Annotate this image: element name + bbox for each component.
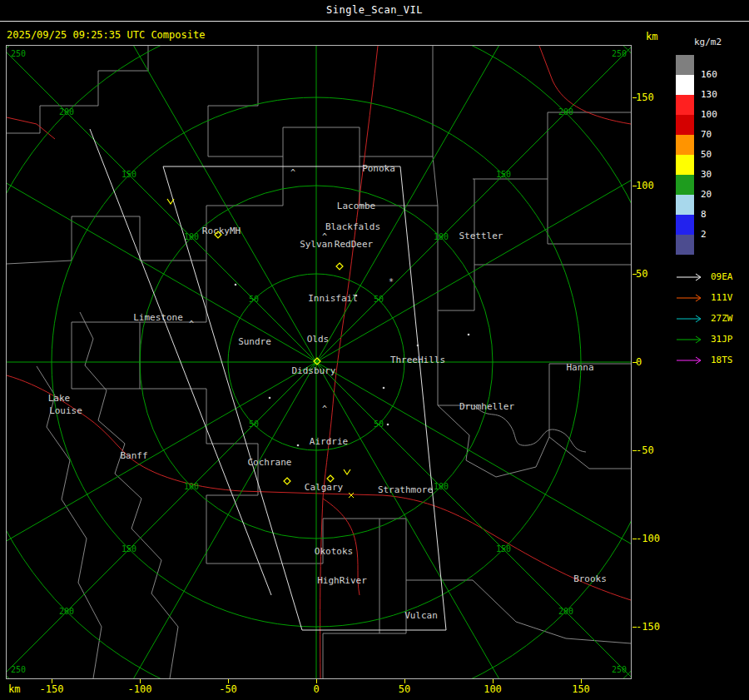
- range-radial: [316, 362, 631, 595]
- legend-scale-label: 130: [701, 88, 717, 102]
- axis-tick: [140, 679, 141, 683]
- axis-tick: [228, 679, 229, 683]
- bottom-axis-unit-label: km: [8, 683, 20, 695]
- map-point-star: *: [389, 277, 394, 286]
- legend-color-box: [676, 215, 694, 235]
- axis-tick: [632, 539, 637, 539]
- track-arrow-icon: [676, 314, 706, 324]
- scan-sector: [90, 129, 446, 630]
- city-label: Lake: [48, 393, 71, 404]
- city-label: Vulcan: [404, 610, 438, 621]
- track-id-label: 31JP: [711, 334, 733, 345]
- track-legend-row: 27ZW: [676, 308, 747, 329]
- track-id-label: 09EA: [711, 271, 733, 282]
- legend-scale-label: 2: [701, 228, 707, 241]
- map-point-dot: [387, 424, 389, 426]
- city-label: Lacombe: [337, 201, 375, 211]
- legend-color-box: [676, 95, 694, 115]
- axis-tick: [493, 679, 494, 683]
- legend-scale-label: 70: [701, 128, 712, 141]
- city-label: Cochrane: [248, 457, 292, 468]
- legend-color-box: [676, 135, 694, 155]
- color-scale-legend: kg/m2 1601301007050302082 09EA111V27ZW31…: [676, 37, 747, 370]
- range-radial: [7, 129, 316, 362]
- range-ring-label: 250: [612, 665, 627, 674]
- city-label: Louise: [49, 405, 82, 416]
- radar-map-canvas[interactable]: 5010015020025050100150200250501001502002…: [6, 45, 632, 679]
- range-ring-label: 50: [374, 420, 384, 429]
- legend-color-box: [676, 55, 694, 75]
- legend-tracks: 09EA111V27ZW31JP18TS: [676, 266, 747, 370]
- city-label: Stettler: [459, 231, 503, 241]
- storm-chevron-marker: [344, 469, 350, 474]
- bottom-axis-tick-label: -100: [128, 683, 152, 695]
- bottom-axis-tick-label: -150: [40, 683, 64, 695]
- track-id-label: 27ZW: [711, 313, 733, 324]
- right-axis-tick-label: -50: [636, 444, 654, 457]
- legend-color-box: [676, 175, 694, 195]
- range-ring-label: 200: [558, 107, 573, 117]
- city-label: Airdrie: [310, 436, 348, 447]
- city-label: Olds: [307, 334, 330, 345]
- legend-color-box: [676, 115, 694, 135]
- city-label: Sylvan: [300, 239, 333, 250]
- city-label: Okotoks: [315, 546, 353, 557]
- legend-unit-label: kg/m2: [694, 37, 747, 48]
- bottom-axis-tick-label: -50: [219, 683, 237, 695]
- city-label: Banff: [120, 450, 147, 461]
- legend-scale-label: 8: [701, 208, 707, 221]
- axis-tick: [632, 274, 637, 275]
- right-axis-tick-label: 0: [636, 355, 642, 369]
- track-arrow-icon: [676, 355, 706, 365]
- city-label: Didsbury: [292, 365, 336, 376]
- track-legend-row: 09EA: [676, 266, 747, 287]
- range-ring-label: 100: [434, 232, 449, 241]
- range-ring-label: 200: [558, 607, 573, 616]
- bottom-axis-tick-label: 100: [484, 683, 502, 695]
- range-ring-label: 150: [122, 544, 136, 554]
- site-diamond-marker: [327, 475, 334, 482]
- track-legend-row: 18TS: [676, 350, 747, 370]
- right-axis-tick-label: 150: [636, 91, 654, 104]
- range-ring-label: 200: [59, 607, 74, 616]
- legend-scale-label: 100: [701, 108, 717, 122]
- axis-tick: [632, 186, 637, 186]
- city-label: Innisfail: [308, 293, 358, 304]
- axis-tick: [632, 627, 637, 628]
- axis-tick: [632, 97, 637, 98]
- legend-color-box: [676, 195, 694, 215]
- range-ring-label: 150: [496, 544, 511, 554]
- track-id-label: 18TS: [711, 355, 733, 365]
- axis-tick: [52, 679, 52, 683]
- range-ring-label: 100: [184, 482, 199, 491]
- axis-tick: [404, 679, 405, 683]
- map-point-dot: [468, 334, 470, 336]
- bottom-axis-tick-label: 150: [572, 683, 590, 695]
- axis-tick: [632, 362, 637, 363]
- legend-color-box: [676, 75, 694, 95]
- legend-scale: 1601301007050302082: [676, 55, 747, 255]
- city-label: Strathmore: [378, 484, 433, 495]
- storm-chevron-marker: [167, 199, 174, 204]
- legend-scale-label: 30: [701, 168, 712, 181]
- bottom-axis-tick-label: 0: [313, 683, 319, 695]
- track-id-label: 111V: [711, 292, 733, 303]
- map-points: ^^^^*: [189, 168, 469, 446]
- map-point-dot: [297, 444, 300, 447]
- legend-color-box: [676, 155, 694, 175]
- map-point-dot: [269, 397, 271, 400]
- right-axis-tick-label: -100: [636, 532, 660, 545]
- range-ring-label: 250: [612, 49, 627, 58]
- city-label: RedDeer: [335, 239, 374, 250]
- right-axis-unit-label: km: [646, 31, 657, 42]
- city-label: Limestone: [133, 312, 183, 323]
- site-diamond-marker: [284, 478, 290, 484]
- track-arrow-icon: [676, 293, 706, 303]
- radar-map-svg: 5010015020025050100150200250501001502002…: [7, 46, 631, 678]
- window-title: Single_Scan_VIL: [0, 0, 749, 22]
- city-label: Blackfalds: [325, 221, 380, 232]
- range-ring-label: 250: [11, 49, 26, 58]
- axis-tick: [581, 679, 582, 683]
- city-label: Sundre: [238, 336, 271, 347]
- city-label: ThreeHills: [390, 355, 445, 365]
